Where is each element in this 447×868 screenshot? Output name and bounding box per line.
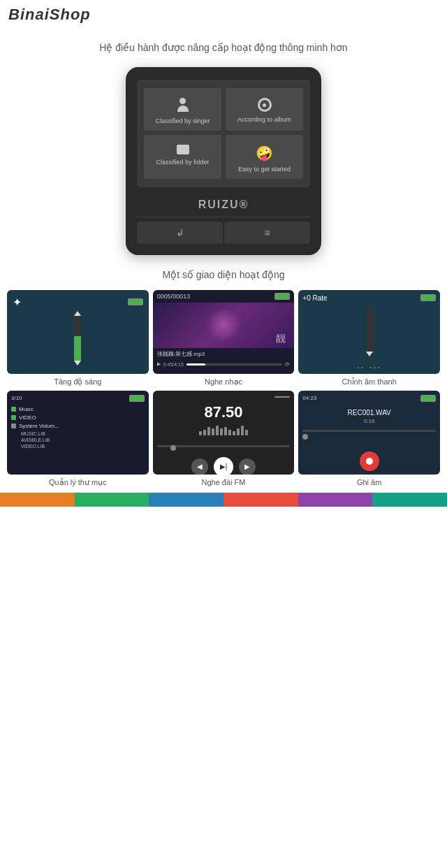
fm-system: System Volum...	[11, 423, 145, 429]
section2-title: Một số giao diện hoạt động	[0, 269, 447, 280]
album-art: 靓	[153, 303, 295, 348]
rate-slider[interactable]	[366, 305, 373, 354]
header: BinaiShop	[0, 0, 447, 29]
bottom-bar	[0, 493, 447, 507]
fm-sub2: AVDIBLE.LIB	[21, 437, 145, 442]
thumb-brightness: ✦ Tăng độ sáng	[7, 290, 149, 386]
seg-purple	[298, 493, 373, 507]
menu-item-singer: Classified by singer	[144, 88, 221, 131]
sun-icon: ✦	[13, 296, 22, 309]
rec-filename: REC001.WAV	[302, 409, 436, 417]
menu-item-album: According to album	[226, 88, 303, 131]
seg-red	[224, 493, 298, 507]
device-buttons: ↲ ≡	[137, 217, 310, 245]
fm-video: VIDEO	[11, 414, 145, 421]
brightness-screen: ✦	[7, 290, 149, 374]
music-screen: 0005/00013 靓 张靓颖-第七感.mp3 ▶ 0:45/4:15 ⟳	[153, 290, 295, 374]
menu-item-folder-label: Classified by folder	[156, 159, 209, 166]
rate-screen: +0 Rate .. ...	[298, 290, 440, 374]
music-label: Nghe nhạc	[205, 377, 242, 386]
fm-prev-button[interactable]: ◀	[191, 458, 208, 475]
filemanager-label: Quản lý thư mục	[49, 478, 107, 487]
rec-controls	[302, 451, 436, 471]
fm-next-button[interactable]: ▶	[239, 458, 256, 475]
seg-orange	[0, 493, 75, 507]
menu-button[interactable]: ≡	[224, 222, 310, 244]
menu-item-folder: Classified by folder	[144, 135, 221, 179]
fm-sub1: MUSIC.LIB	[21, 431, 145, 436]
track-number: 0005/00013	[157, 293, 191, 300]
back-button[interactable]: ↲	[137, 222, 223, 244]
battery-icon	[274, 396, 290, 398]
seg-blue	[149, 493, 224, 507]
seg-green	[75, 493, 149, 507]
battery-icon	[274, 293, 290, 300]
seg-teal	[372, 493, 447, 507]
rate-dots: .. ...	[357, 359, 381, 370]
menu-item-easy-label: Easy to get started	[238, 166, 291, 173]
music-progress: ▶ 0:45/4:15 ⟳	[153, 360, 295, 369]
menu-grid: Classified by singer According to album …	[144, 88, 303, 179]
fmradio-screen: 87.50	[153, 391, 295, 475]
cd-icon	[258, 98, 272, 112]
device-mockup: Classified by singer According to album …	[126, 67, 321, 255]
record-button[interactable]	[360, 451, 379, 471]
brightness-label: Tăng độ sáng	[54, 377, 101, 386]
battery-icon	[128, 298, 143, 305]
menu-item-singer-label: Classified by singer	[155, 117, 210, 125]
menu-item-album-label: According to album	[237, 116, 291, 124]
rate-label-text: Chỉnh âm thanh	[342, 377, 397, 386]
thumb-recording: 04:23 REC001.WAV 0:18 Ghi âm	[298, 391, 440, 487]
thumb-rate: +0 Rate .. ... Chỉnh âm thanh	[298, 290, 440, 386]
filemanager-screen: 3/10 Music VIDEO System Volum... MUSIC.L…	[7, 391, 149, 475]
rec-time: 04:23	[302, 395, 316, 402]
fm-frequency: 87.50	[204, 403, 242, 421]
battery-icon	[420, 294, 436, 301]
fm-sub3: VIDEO.LIB	[21, 444, 145, 449]
fm-play-button[interactable]: ▶|	[214, 457, 233, 475]
rec-duration: 0:18	[302, 418, 436, 424]
recording-screen: 04:23 REC001.WAV 0:18	[298, 391, 440, 475]
battery-icon	[420, 395, 436, 402]
thumb-music: 0005/00013 靓 张靓颖-第七感.mp3 ▶ 0:45/4:15 ⟳ N…	[153, 290, 295, 386]
thumbnail-row2: 3/10 Music VIDEO System Volum... MUSIC.L…	[0, 391, 447, 487]
thumbnail-row1: ✦ Tăng độ sáng 0005/00013	[0, 290, 447, 386]
logo: BinaiShop	[8, 6, 91, 24]
battery-icon	[129, 395, 145, 402]
thumb-fmradio: 87.50	[153, 391, 295, 487]
folder-icon	[177, 145, 189, 154]
fm-music: Music	[11, 406, 145, 412]
device-screen: Classified by singer According to album …	[137, 80, 310, 187]
brightness-slider[interactable]	[74, 314, 81, 363]
fmradio-label: Nghe đài FM	[202, 478, 246, 486]
device-container: Classified by singer According to album …	[0, 60, 447, 262]
fm-signal-bars	[199, 426, 248, 435]
menu-item-easy: 🤪 Easy to get started	[226, 135, 303, 179]
recording-label: Ghi âm	[357, 478, 381, 486]
device-brand: RUIZU®	[137, 194, 310, 217]
rate-label: +0 Rate	[302, 294, 327, 302]
section1-title: Hệ điều hành được nâng cấp hoạt động thô…	[0, 42, 447, 53]
person-icon	[175, 98, 191, 113]
thumb-filemanager: 3/10 Music VIDEO System Volum... MUSIC.L…	[7, 391, 149, 487]
emoji-icon: 🤪	[256, 145, 273, 161]
fm-controls: ◀ ▶| ▶	[191, 457, 256, 475]
music-filename: 张靓颖-第七感.mp3	[153, 348, 295, 360]
